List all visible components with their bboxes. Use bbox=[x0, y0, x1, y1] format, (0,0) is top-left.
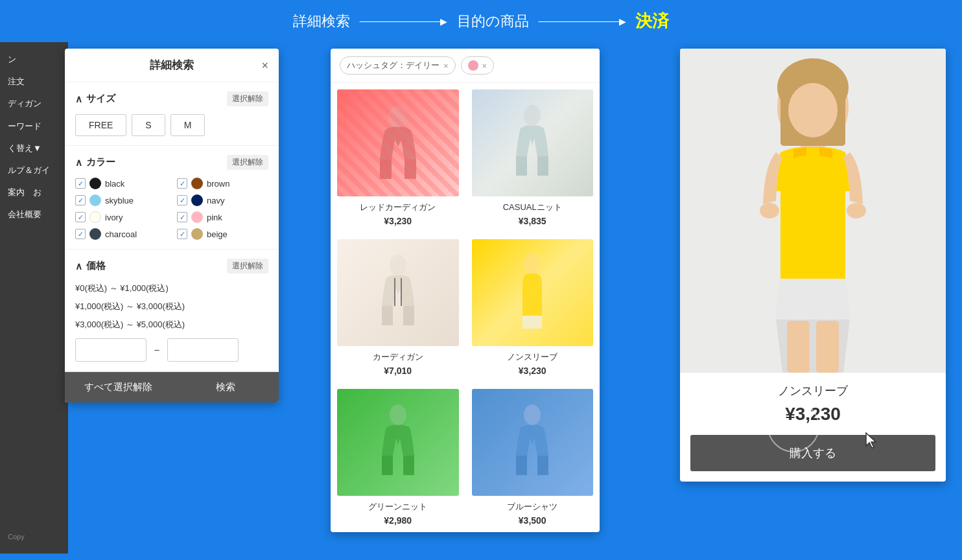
filter-tag-hashtag[interactable]: ハッシュタグ：デイリー × bbox=[340, 56, 456, 75]
panel-footer: すべて選択解除 検索 bbox=[65, 371, 279, 402]
svg-point-0 bbox=[388, 106, 408, 129]
price-section-header: ∧ 価格 選択解除 bbox=[75, 259, 268, 274]
svg-rect-16 bbox=[816, 321, 839, 373]
color-swatch-ivory bbox=[89, 211, 101, 223]
color-item-charcoal: ✓ charcoal bbox=[75, 228, 167, 240]
product-name-2: CASUALニット bbox=[472, 202, 594, 213]
filter-tag-hashtag-close[interactable]: × bbox=[443, 61, 449, 71]
mouse-cursor bbox=[863, 432, 881, 452]
color-swatch-navy bbox=[191, 194, 203, 206]
color-checkbox-black[interactable]: ✓ bbox=[75, 178, 86, 189]
price-min-input[interactable] bbox=[75, 338, 147, 362]
size-buttons: FREE S M bbox=[75, 114, 268, 136]
color-chevron-icon: ∧ bbox=[75, 157, 82, 169]
steps-header: 詳細検索 ──────────────▶ 目的の商品 ─────────────… bbox=[0, 0, 962, 42]
color-checkbox-ivory[interactable]: ✓ bbox=[75, 212, 86, 222]
product-name-4: ノンスリーブ bbox=[472, 351, 594, 363]
bg-nav-7: 案内 お bbox=[5, 181, 63, 204]
bg-nav-5: く替え▼ bbox=[5, 137, 63, 159]
product-item-5[interactable]: グリーンニット ¥2,980 bbox=[331, 382, 465, 532]
size-title: ∧ サイズ bbox=[75, 93, 115, 105]
svg-rect-4 bbox=[522, 316, 542, 329]
price-options: ¥0(税込) ～ ¥1,000(税込) ¥1,000(税込) ～ ¥3,000(… bbox=[75, 281, 268, 332]
price-range-1: ¥0(税込) ～ ¥1,000(税込) bbox=[75, 281, 268, 296]
product-name-5: グリーンニット bbox=[337, 501, 459, 513]
color-clear-button[interactable]: 選択解除 bbox=[227, 155, 268, 170]
price-title: ∧ 価格 bbox=[75, 260, 106, 272]
clear-all-button[interactable]: すべて選択解除 bbox=[65, 372, 172, 402]
main-content: ン 注文 ディガン ーワード く替え▼ ルプ＆ガイ 案内 お 会社概要 Copy… bbox=[0, 42, 962, 554]
svg-point-3 bbox=[524, 253, 541, 274]
product-image-1 bbox=[337, 89, 459, 196]
color-checkbox-beige[interactable]: ✓ bbox=[177, 229, 187, 239]
svg-point-1 bbox=[524, 105, 541, 126]
product-item-1[interactable]: レッドカーディガン ¥3,230 bbox=[331, 83, 465, 233]
color-item-navy: ✓ navy bbox=[177, 194, 268, 206]
filter-tag-color-close[interactable]: × bbox=[482, 61, 487, 71]
svg-point-12 bbox=[788, 83, 838, 137]
color-item-black: ✓ black bbox=[75, 178, 167, 189]
price-chevron-icon: ∧ bbox=[75, 261, 82, 272]
product-grid: レッドカーディガン ¥3,230 CASUALニット ¥3,835 bbox=[331, 83, 600, 532]
product-item-4[interactable]: ノンスリーブ ¥3,230 bbox=[465, 233, 600, 382]
price-range-3: ¥3,000(税込) ～ ¥5,000(税込) bbox=[75, 318, 268, 332]
color-item-pink: ✓ pink bbox=[177, 211, 268, 223]
color-item-beige: ✓ beige bbox=[177, 228, 268, 240]
product-item-3[interactable]: カーディガン ¥7,010 bbox=[331, 233, 465, 382]
product-price-4: ¥3,230 bbox=[472, 366, 594, 376]
color-checkbox-skyblue[interactable]: ✓ bbox=[75, 195, 86, 205]
arrow1: ──────────────▶ bbox=[360, 16, 447, 27]
size-clear-button[interactable]: 選択解除 bbox=[227, 91, 268, 106]
buy-button[interactable]: 購入する bbox=[690, 435, 935, 471]
bg-nav-2: 注文 bbox=[5, 71, 63, 93]
bg-nav-8: 会社概要 bbox=[5, 204, 63, 226]
color-label-skyblue: skyblue bbox=[105, 196, 134, 205]
color-label-pink: pink bbox=[207, 213, 222, 222]
size-s-button[interactable]: S bbox=[132, 114, 165, 136]
color-checkbox-navy[interactable]: ✓ bbox=[177, 195, 187, 205]
color-swatch-skyblue bbox=[89, 194, 101, 206]
close-button[interactable]: × bbox=[261, 58, 268, 72]
color-checkbox-pink[interactable]: ✓ bbox=[177, 212, 187, 222]
product-image-4 bbox=[472, 239, 594, 346]
size-free-button[interactable]: FREE bbox=[75, 114, 126, 136]
product-item-2[interactable]: CASUALニット ¥3,835 bbox=[465, 83, 600, 233]
color-label-brown: brown bbox=[207, 179, 229, 189]
price-clear-button[interactable]: 選択解除 bbox=[227, 259, 268, 274]
detail-image bbox=[680, 49, 946, 373]
product-name-1: レッドカーディガン bbox=[337, 202, 459, 213]
product-name-6: ブルーシャツ bbox=[472, 501, 594, 513]
filter-tag-color-dot bbox=[468, 60, 478, 71]
search-button[interactable]: 検索 bbox=[172, 372, 279, 402]
price-max-input[interactable] bbox=[167, 338, 239, 362]
product-price-2: ¥3,835 bbox=[472, 216, 594, 226]
svg-rect-15 bbox=[787, 321, 810, 373]
background-page: ン 注文 ディガン ーワード く替え▼ ルプ＆ガイ 案内 お 会社概要 Copy bbox=[0, 42, 68, 554]
product-panel: ハッシュタグ：デイリー × × レッドカーディガ bbox=[331, 49, 600, 532]
color-checkbox-charcoal[interactable]: ✓ bbox=[75, 229, 86, 239]
color-label-charcoal: charcoal bbox=[105, 229, 137, 239]
product-image-2 bbox=[472, 89, 594, 196]
filter-tag-color[interactable]: × bbox=[461, 56, 495, 75]
color-section-header: ∧ カラー 選択解除 bbox=[75, 155, 268, 170]
detail-info: ノンスリーブ ¥3,230 購入する bbox=[680, 373, 946, 482]
color-checkbox-brown[interactable]: ✓ bbox=[177, 178, 187, 189]
price-range-2: ¥1,000(税込) ～ ¥3,000(税込) bbox=[75, 299, 268, 314]
price-range-inputs: － bbox=[75, 338, 268, 362]
color-item-brown: ✓ brown bbox=[177, 178, 268, 189]
color-item-skyblue: ✓ skyblue bbox=[75, 194, 167, 206]
color-item-ivory: ✓ ivory bbox=[75, 211, 167, 223]
arrow2: ──────────────▶ bbox=[539, 16, 626, 27]
svg-point-6 bbox=[524, 404, 541, 425]
bg-nav-3: ディガン bbox=[5, 93, 63, 115]
step1-label: 詳細検索 bbox=[293, 12, 350, 31]
size-m-button[interactable]: M bbox=[170, 114, 205, 136]
filter-tag-hashtag-label: ハッシュタグ：デイリー bbox=[347, 60, 440, 71]
copyright: Copy bbox=[5, 527, 63, 547]
detail-product-price: ¥3,230 bbox=[690, 404, 935, 425]
product-price-5: ¥2,980 bbox=[337, 515, 459, 526]
product-price-3: ¥7,010 bbox=[337, 366, 459, 376]
color-swatch-charcoal bbox=[89, 228, 101, 240]
product-item-6[interactable]: ブルーシャツ ¥3,500 bbox=[465, 382, 600, 532]
product-image-3 bbox=[337, 239, 459, 346]
